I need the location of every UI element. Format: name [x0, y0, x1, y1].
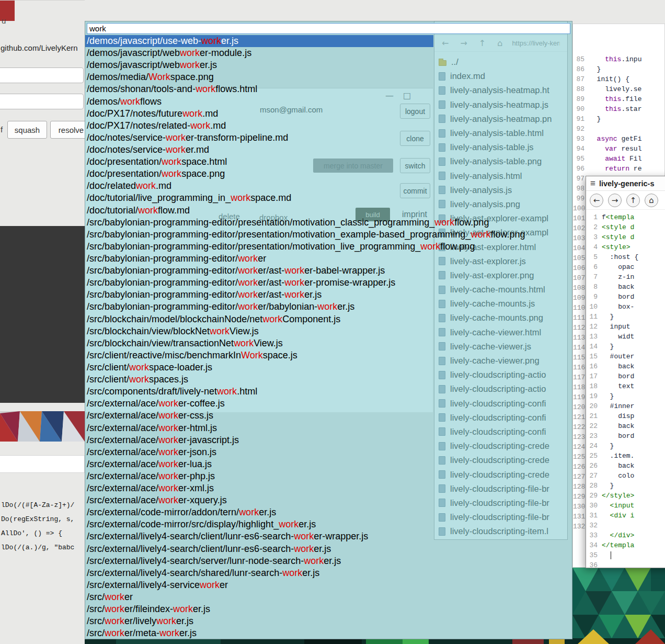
code-line: 21 disp — [586, 411, 665, 421]
search-result-row[interactable]: /src/external/lively4-serviceworker — [85, 579, 433, 591]
line-number: 1 — [586, 212, 602, 222]
search-result-row[interactable]: /doc/notes/service-worker-transform-pipe… — [85, 132, 433, 144]
search-result-row[interactable]: /src/client/reactive/misc/benchmarkInWor… — [85, 349, 433, 361]
line-number: 25 — [586, 451, 602, 461]
left-input-2[interactable] — [0, 94, 84, 109]
search-result-row[interactable]: /src/worker/meta-worker.js — [85, 627, 433, 639]
search-result-row[interactable]: /src/external/lively4-search/shared/lunr… — [85, 567, 433, 579]
code-window-titlebar: ≡ lively-generic-s — [586, 176, 665, 191]
search-result-row[interactable]: /src/blockchain/model/blockchainNode/net… — [85, 313, 433, 325]
code-line: 88 lively.se — [573, 84, 664, 94]
search-result-row[interactable]: /src/babylonian-programming-editor/prese… — [85, 217, 433, 229]
search-result-row[interactable]: /doc/presentation/workspace.html — [85, 156, 433, 168]
search-result-row[interactable]: /src/external/ace/worker-javascript.js — [85, 434, 433, 446]
line-number: 5 — [586, 252, 602, 262]
search-result-row[interactable]: /src/client/workspace-loader.js — [85, 361, 433, 374]
code-line: 93 async getFi — [573, 134, 664, 144]
search-result-row[interactable]: /src/babylonian-programming-editor/worke… — [85, 253, 433, 265]
back-icon[interactable]: ← — [590, 194, 603, 207]
search-result-row[interactable]: /demos/media/Workspace.png — [85, 71, 433, 83]
search-result-row[interactable]: /doc/tutorial/workflow.md — [85, 205, 433, 217]
line-number: 17 — [586, 371, 602, 381]
line-number: 16 — [586, 361, 602, 371]
search-input[interactable] — [87, 23, 570, 34]
up-icon[interactable]: ↑ — [626, 194, 640, 207]
code-line: 20 #inner — [586, 401, 665, 411]
search-result-row[interactable]: /src/external/ace/worker-json.js — [85, 446, 433, 458]
left-input-1[interactable] — [0, 67, 84, 83]
search-result-row[interactable]: /src/external/code-mirror/src/display/hi… — [85, 518, 433, 530]
code-line: 33 </div> — [586, 530, 665, 540]
line-number: 3 — [586, 232, 602, 242]
search-result-row[interactable]: /src/client/workspaces.js — [85, 374, 433, 386]
search-result-row[interactable]: /src/blockchain/view/transactionNetworkV… — [85, 337, 433, 349]
search-result-row[interactable]: /src/worker/livelyworker.js — [85, 615, 433, 627]
code-line: 4<style> — [586, 242, 665, 252]
code-window: ≡ lively-generic-s ← → ↑ ⌂ 1f<templa2<st… — [586, 176, 665, 568]
search-overlay: /demos/javascript/use-web-worker.js/demo… — [85, 21, 572, 639]
search-result-row[interactable]: /src/babylonian-programming-editor/prese… — [85, 241, 433, 253]
line-number: 14 — [586, 342, 602, 352]
code-line: 19 } — [586, 391, 665, 401]
code-line: 92 — [573, 124, 664, 134]
search-result-row[interactable]: /src/external/ace/worker-php.js — [85, 470, 433, 482]
search-result-row[interactable]: /doc/tutorial/live_programming_in_worksp… — [85, 192, 433, 204]
search-result-row[interactable]: /doc/notes/service-worker.md — [85, 144, 433, 156]
code-line: 31 <div i — [586, 511, 665, 521]
home-icon[interactable]: ⌂ — [645, 194, 658, 207]
search-result-row[interactable]: /src/worker — [85, 591, 433, 603]
search-result-row[interactable]: /src/babylonian-programming-editor/worke… — [85, 265, 433, 277]
search-result-row[interactable]: /src/external/lively4-search/client/lunr… — [85, 543, 433, 555]
search-result-row[interactable]: /src/external/ace/worker-lua.js — [85, 458, 433, 470]
search-result-row[interactable]: /src/external/lively4-search/client/lunr… — [85, 530, 433, 543]
search-result-row[interactable]: /src/external/code-mirror/addon/tern/wor… — [85, 506, 433, 518]
line-number: 36 — [586, 560, 602, 568]
search-result-row[interactable]: /src/worker/fileindex-worker.js — [85, 603, 433, 615]
line-number: 4 — [586, 242, 602, 252]
search-result-row[interactable]: /src/external/ace/worker-xquery.js — [85, 494, 433, 506]
search-result-row[interactable]: /src/external/ace/worker-xml.js — [85, 482, 433, 494]
search-result-row[interactable]: /src/external/ace/worker-coffee.js — [85, 398, 433, 410]
line-number: 88 — [573, 84, 589, 94]
line-number: 13 — [586, 332, 602, 342]
search-result-row[interactable]: /demos/workflows — [85, 96, 433, 108]
search-result-row[interactable]: /src/external/lively4-search/server/lunr… — [85, 555, 433, 567]
code-line: 7 z-in — [586, 272, 665, 282]
search-result-row[interactable]: /doc/presentation/workspace.png — [85, 168, 433, 180]
code-line: 1f<templa — [586, 212, 665, 222]
search-result-row[interactable]: /src/external/ace/worker-css.js — [85, 410, 433, 422]
search-result-row[interactable]: /demos/javascript/webworker-module.js — [85, 47, 433, 59]
search-result-row[interactable]: /src/babylonian-programming-editor/worke… — [85, 301, 433, 313]
line-number: 91 — [573, 114, 589, 124]
search-result-row[interactable]: /src/blockchain/view/blockNetworkView.js — [85, 325, 433, 337]
search-result-row[interactable]: /src/babylonian-programming-editor/prese… — [85, 229, 433, 241]
code-line: 15 #outer — [586, 352, 665, 361]
squash-button[interactable]: squash — [7, 121, 47, 139]
window-title: lively-generic-s — [599, 179, 655, 188]
desktop-mosaic-strip — [85, 639, 572, 644]
line-number: 21 — [586, 411, 602, 421]
code-line: 25 .item. — [586, 451, 665, 461]
code-line: 95 await Fil — [573, 154, 664, 164]
line-number: 10 — [586, 302, 602, 312]
search-result-row[interactable]: /src/babylonian-programming-editor/worke… — [85, 277, 433, 289]
search-result-row[interactable]: /demos/javascript/webworker.js — [85, 59, 433, 71]
code-line: 17 bord — [586, 371, 665, 381]
line-number: 90 — [573, 104, 589, 114]
desktop-mosaic-bottom-right — [572, 568, 665, 644]
search-result-row[interactable]: /src/components/draft/lively-network.htm… — [85, 386, 433, 398]
search-result-row[interactable]: /src/external/ace/worker-html.js — [85, 422, 433, 434]
search-result-row[interactable]: /doc/PX17/notes/futurework.md — [85, 108, 433, 120]
code-window-lines[interactable]: 1f<templa2<style d3<style d4<style>5 :ho… — [586, 210, 665, 568]
search-result-row[interactable]: /doc/relatedwork.md — [85, 180, 433, 192]
code-line: 9 bord — [586, 292, 665, 302]
search-result-row[interactable]: /demos/shonan/tools-and-workflows.html — [85, 83, 433, 95]
line-number: 28 — [586, 481, 602, 491]
search-result-row[interactable]: /demos/javascript/use-web-worker.js — [85, 35, 433, 47]
code-line: 2<style d — [586, 222, 665, 232]
forward-icon[interactable]: → — [608, 194, 622, 207]
menu-icon[interactable]: ≡ — [590, 178, 595, 189]
search-result-row[interactable]: /src/babylonian-programming-editor/worke… — [85, 289, 433, 301]
code-line: 27 colo — [586, 471, 665, 481]
search-result-row[interactable]: /doc/PX17/notes/related-work.md — [85, 120, 433, 132]
